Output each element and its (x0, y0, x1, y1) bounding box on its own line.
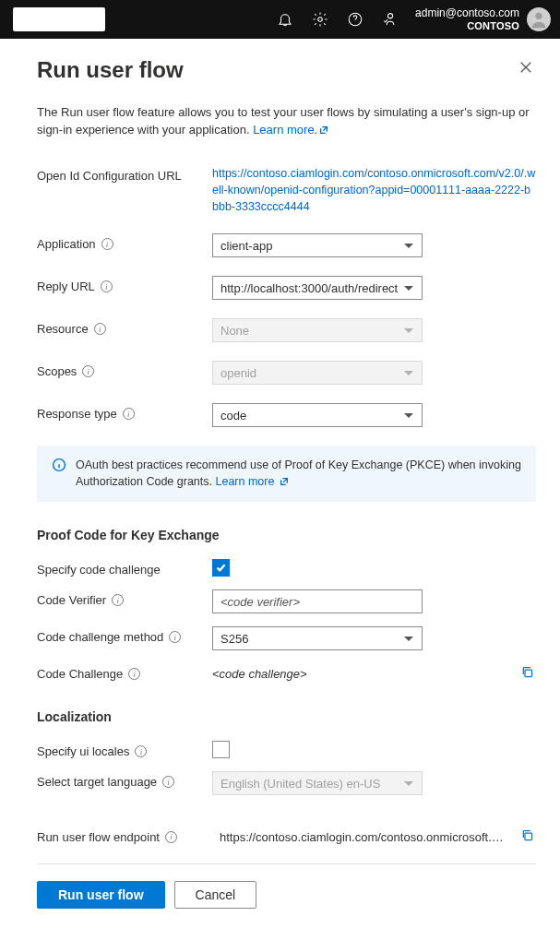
info-icon[interactable]: i (94, 323, 106, 335)
info-icon[interactable]: i (135, 745, 147, 757)
scopes-select: openid (212, 361, 423, 385)
localization-section-title: Localization (37, 709, 536, 724)
resource-select: None (212, 318, 423, 342)
target-language-select: English (United States) en-US (212, 771, 423, 795)
account-org: CONTOSO (467, 19, 519, 32)
pkce-info-banner: OAuth best practices recommend use of Pr… (37, 446, 536, 502)
avatar[interactable] (527, 7, 551, 31)
intro-text: The Run user flow feature allows you to … (37, 103, 536, 139)
account-email: admin@contoso.com (415, 6, 519, 19)
banner-learn-more-link[interactable]: Learn more (216, 475, 289, 488)
scopes-label: Scopes (37, 364, 77, 378)
run-user-flow-button[interactable]: Run user flow (37, 881, 165, 909)
svg-point-2 (387, 14, 392, 18)
endpoint-value: https://contoso.ciamlogin.com/contoso.on… (220, 830, 507, 844)
endpoint-label: Run user flow endpoint (37, 830, 160, 844)
openid-url-link[interactable]: https://contoso.ciamlogin.com/contoso.on… (212, 165, 536, 215)
code-challenge-method-label: Code challenge method (37, 630, 163, 644)
specify-challenge-label: Specify code challenge (37, 559, 212, 577)
divider (37, 863, 536, 864)
openid-label: Open Id Configuration URL (37, 165, 212, 183)
info-icon[interactable]: i (128, 668, 140, 680)
copy-endpoint-button[interactable] (518, 827, 536, 847)
specify-locales-label: Specify ui locales (37, 744, 129, 758)
close-button[interactable] (516, 57, 536, 80)
external-link-icon (280, 474, 289, 491)
info-icon[interactable]: i (101, 280, 113, 292)
intro-learn-more-link[interactable]: Learn more. (253, 123, 328, 137)
info-icon[interactable]: i (165, 831, 177, 843)
info-icon[interactable]: i (82, 365, 94, 377)
page-title: Run user flow (37, 57, 516, 83)
reply-url-select[interactable]: http://localhost:3000/auth/redirect (212, 276, 423, 300)
svg-rect-6 (525, 833, 532, 840)
code-challenge-value: <code challenge> (212, 667, 307, 681)
topbar: admin@contoso.com CONTOSO (0, 0, 560, 39)
response-type-label: Response type (37, 407, 117, 421)
svg-rect-5 (525, 670, 532, 677)
code-challenge-label: Code Challenge (37, 667, 123, 681)
help-icon[interactable] (338, 0, 373, 39)
application-select[interactable]: client-app (212, 233, 423, 257)
reply-url-label: Reply URL (37, 280, 95, 293)
resource-label: Resource (37, 322, 89, 336)
info-icon[interactable]: i (162, 776, 174, 788)
code-verifier-label: Code Verifier (37, 593, 106, 607)
info-icon[interactable]: i (123, 408, 135, 420)
specify-challenge-checkbox[interactable] (212, 559, 230, 577)
external-link-icon (319, 122, 328, 139)
info-icon (52, 458, 66, 491)
specify-locales-checkbox[interactable] (212, 741, 230, 758)
info-icon[interactable]: i (169, 631, 181, 643)
application-label: Application (37, 237, 96, 251)
cancel-button[interactable]: Cancel (174, 881, 257, 909)
response-type-select[interactable]: code (212, 403, 423, 427)
code-challenge-method-select[interactable]: S256 (212, 626, 423, 650)
svg-point-0 (318, 18, 323, 22)
code-verifier-input[interactable]: <code verifier> (212, 589, 423, 613)
copy-challenge-button[interactable] (518, 663, 536, 684)
target-language-label: Select target language (37, 775, 157, 789)
svg-point-3 (535, 13, 542, 19)
settings-icon[interactable] (303, 0, 338, 39)
feedback-icon[interactable] (373, 0, 408, 39)
info-icon[interactable]: i (101, 238, 113, 250)
account-info[interactable]: admin@contoso.com CONTOSO (415, 6, 519, 32)
info-icon[interactable]: i (112, 594, 124, 606)
notifications-icon[interactable] (268, 0, 303, 39)
search-slot[interactable] (13, 7, 105, 31)
pkce-section-title: Proof Code for Key Exchange (37, 528, 536, 542)
